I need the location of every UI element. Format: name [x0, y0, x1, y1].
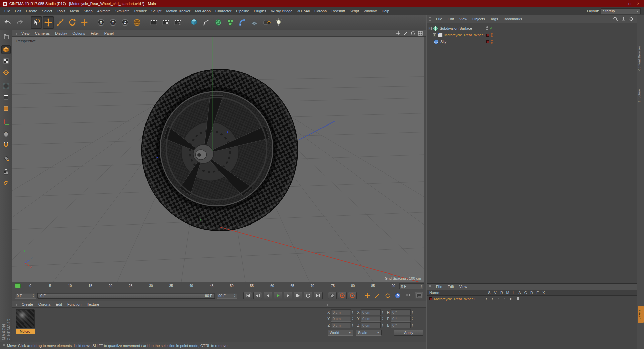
column-xref[interactable]: X	[541, 291, 547, 295]
range-bar[interactable]	[38, 294, 214, 298]
frame-start-field[interactable]: 0 F▲▼	[15, 293, 36, 299]
menu-animate[interactable]: Animate	[95, 8, 113, 14]
deformer-button[interactable]	[237, 16, 248, 29]
timeline-panel-button[interactable]	[415, 292, 423, 299]
enable-axis-icon[interactable]	[1, 118, 11, 127]
edges-mode-icon[interactable]	[1, 93, 11, 102]
minimize-button[interactable]: –	[620, 1, 623, 6]
lock-x-axis-button[interactable]: X	[95, 16, 107, 29]
panel-grip[interactable]	[14, 31, 17, 35]
viewport-canvas[interactable]: Y Z X Perspective Grid Spacing : 100 cm	[12, 37, 424, 282]
menu-select[interactable]: Select	[40, 8, 55, 14]
om-menu-file[interactable]: File	[434, 16, 445, 22]
menu-create[interactable]: Create	[24, 8, 40, 14]
record-keyframe-button[interactable]	[328, 292, 337, 299]
menu-simulate[interactable]: Simulate	[113, 8, 132, 14]
visibility-dots-icon[interactable]	[491, 33, 493, 37]
visibility-dots-icon[interactable]	[491, 40, 493, 44]
column-generators[interactable]: G	[523, 291, 529, 295]
layer-color-chip[interactable]	[429, 297, 432, 300]
lock-workplane-icon[interactable]	[1, 167, 11, 176]
viewport-menu-panel[interactable]: Panel	[102, 31, 116, 36]
rot-b-field[interactable]: 0 °	[391, 322, 411, 328]
animation-toggle-icon[interactable]	[514, 297, 520, 301]
viewport-menu-options[interactable]: Options	[70, 31, 88, 36]
stepper-icon[interactable]: ▲▼	[352, 317, 354, 320]
current-frame-mini-field[interactable]: 0 F▲▼	[399, 283, 424, 289]
lock-y-axis-button[interactable]: Y	[107, 16, 119, 29]
stepper-icon[interactable]: ▲▼	[411, 323, 413, 327]
last-tool-button[interactable]	[79, 16, 90, 29]
viewport-menu-cameras[interactable]: Cameras	[32, 31, 53, 36]
tab-content-browser[interactable]: Content Browser	[638, 39, 644, 78]
rot-p-field[interactable]: 0 °	[391, 316, 411, 322]
material-tag-icon[interactable]	[486, 40, 489, 43]
render-picture-viewer-button[interactable]	[160, 16, 171, 29]
panel-grip[interactable]	[14, 302, 17, 306]
menu-mesh[interactable]: Mesh	[68, 8, 81, 14]
menu-snap[interactable]: Snap	[81, 8, 95, 14]
rotate-view-icon[interactable]	[411, 31, 415, 36]
play-button[interactable]	[274, 292, 282, 299]
object-name[interactable]: Subdivision Surface	[440, 26, 472, 30]
settings-gear-icon[interactable]	[629, 17, 633, 21]
visibility-dots-icon[interactable]	[486, 26, 488, 30]
dock-icon[interactable]	[621, 17, 626, 21]
redo-button[interactable]	[14, 16, 25, 29]
move-tool[interactable]	[43, 16, 54, 29]
menu-corona[interactable]: Corona	[312, 8, 329, 14]
stepper-icon[interactable]: ▲▼	[352, 311, 354, 314]
stepper-icon[interactable]: ▲▼	[411, 311, 413, 314]
spline-pen-button[interactable]	[200, 16, 212, 29]
render-toggle-icon[interactable]: ▪	[495, 297, 502, 300]
stepper-icon[interactable]: ▲▼	[420, 285, 422, 288]
material-menu-corona[interactable]: Corona	[36, 302, 53, 307]
column-animation[interactable]: A	[517, 291, 523, 295]
next-frame-button[interactable]	[284, 292, 292, 299]
zoom-view-icon[interactable]	[403, 31, 408, 36]
pos-z-field[interactable]: 0 cm	[331, 322, 351, 328]
expand-icon[interactable]: +	[428, 27, 432, 30]
key-position-toggle[interactable]	[363, 292, 372, 299]
lock-z-axis-button[interactable]: Z	[119, 16, 131, 29]
preview-range-slider[interactable]: 0 F 90 F	[37, 293, 215, 299]
search-icon[interactable]	[613, 17, 618, 21]
menu-motion-tracker[interactable]: Motion Tracker	[164, 8, 193, 14]
previous-key-button[interactable]	[253, 292, 262, 299]
keyframe-selection-button[interactable]	[348, 292, 357, 299]
menu-redshift[interactable]: Redshift	[329, 8, 347, 14]
object-name-selected[interactable]: Motorcycle_Rear_Wheel	[444, 33, 484, 37]
material-tag-icon[interactable]	[486, 34, 489, 37]
menu-tools[interactable]: Tools	[54, 8, 68, 14]
column-render[interactable]: R	[499, 291, 505, 295]
viewport-menu-filter[interactable]: Filter	[88, 31, 101, 36]
key-parameter-toggle[interactable]: P	[393, 292, 402, 299]
om-menu-bookmarks[interactable]: Bookmarks	[501, 16, 524, 22]
autokey-button[interactable]	[338, 292, 347, 299]
lm-menu-view[interactable]: View	[457, 284, 470, 289]
stepper-icon[interactable]: ▲▼	[352, 323, 354, 327]
maximize-button[interactable]: □	[629, 1, 631, 6]
layout-select[interactable]: Startup ▼	[601, 8, 641, 14]
menu-help[interactable]: Help	[379, 8, 392, 14]
menu-mograph[interactable]: MoGraph	[193, 8, 213, 14]
material-preview-sphere[interactable]	[16, 309, 35, 328]
enabled-check-icon[interactable]: ✓	[490, 26, 493, 31]
stepper-icon[interactable]: ▲▼	[382, 317, 384, 320]
object-name[interactable]: Sky	[440, 40, 446, 44]
om-menu-objects[interactable]: Objects	[470, 16, 487, 22]
model-mode-icon[interactable]	[1, 45, 11, 54]
loop-playback-button[interactable]	[304, 292, 312, 299]
om-menu-edit[interactable]: Edit	[445, 16, 456, 22]
close-button[interactable]: ×	[637, 1, 639, 6]
rot-h-field[interactable]: 0 °	[391, 309, 411, 315]
column-manager[interactable]: M	[505, 291, 511, 295]
timeline-playhead[interactable]	[15, 283, 21, 288]
size-z-field[interactable]: 0 cm	[361, 322, 381, 328]
live-selection-tool[interactable]	[31, 16, 42, 29]
size-x-field[interactable]: 0 cm	[361, 309, 381, 315]
viewport-menu-display[interactable]: Display	[52, 31, 70, 36]
pos-y-field[interactable]: 0 cm	[331, 316, 351, 322]
size-y-field[interactable]: 0 cm	[361, 316, 381, 322]
material-name-label[interactable]: Motorc	[16, 329, 35, 334]
